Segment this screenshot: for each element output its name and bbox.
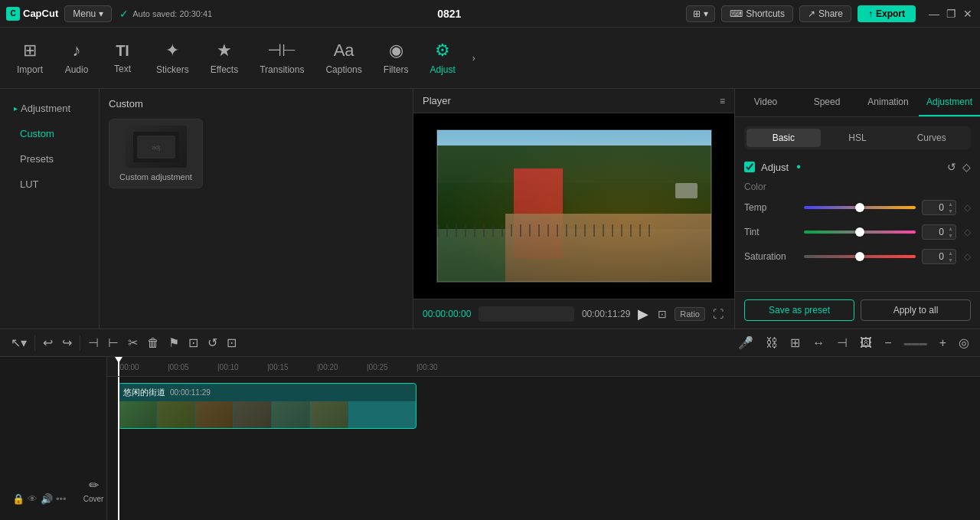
player-menu-icon[interactable]: ≡ (720, 96, 725, 106)
tint-slider-track[interactable] (804, 231, 916, 234)
player-timeline-mini[interactable] (479, 306, 574, 322)
cover-button[interactable]: ✏ Cover (79, 473, 109, 508)
current-time[interactable]: 00:00:00:00 (423, 309, 471, 319)
ruler-label-2: |00:10 (217, 363, 239, 371)
timeline-right[interactable]: |00:00 |00:05 |00:10 |00:15 |00:20 (107, 357, 980, 520)
temp-slider-thumb[interactable] (855, 203, 864, 212)
toolbar-expand-button[interactable]: › (469, 50, 479, 67)
saturation-arrow-down[interactable]: ▼ (947, 257, 954, 263)
toolbar-item-transitions[interactable]: ⊣⊢ Transitions (249, 34, 315, 81)
adjust-checkbox[interactable] (744, 162, 755, 172)
tint-keyframe-icon[interactable]: ◇ (964, 227, 971, 237)
track-lock-button[interactable]: 🔒 (12, 493, 24, 505)
sidebar-item-adjustment[interactable]: ▸ Adjustment (5, 96, 94, 120)
temp-slider-track[interactable] (804, 206, 916, 209)
undo-button[interactable]: ↩ (38, 332, 57, 353)
link2-button[interactable]: ↔ (808, 333, 829, 353)
temp-value-input[interactable] (923, 201, 947, 214)
tint-arrow-down[interactable]: ▼ (947, 232, 954, 239)
preset-grid: adj Custom adjustment (109, 119, 403, 188)
toolbar-label-filters: Filters (384, 64, 409, 75)
tab-animation[interactable]: Animation (858, 89, 919, 116)
sidebar-item-presets[interactable]: Presets (5, 147, 94, 171)
crop-timeline-button[interactable]: ⊡ (184, 332, 203, 353)
temp-arrow-down[interactable]: ▼ (947, 208, 954, 214)
mic-button[interactable]: 🎤 (733, 332, 758, 353)
temp-keyframe-icon[interactable]: ◇ (964, 202, 971, 213)
temp-arrow-up[interactable]: ▲ (947, 201, 954, 208)
link-chain-button[interactable]: ⛓ (761, 333, 782, 353)
keyframe-diamond-icon[interactable]: ◇ (962, 161, 971, 173)
ratio-badge[interactable]: Ratio (675, 307, 705, 321)
subtab-hsl[interactable]: HSL (821, 129, 895, 147)
tint-slider-thumb[interactable] (855, 227, 864, 237)
ruler-marks-container: |00:00 |00:05 |00:10 |00:15 |00:20 (118, 363, 466, 371)
track-more-button[interactable]: ••• (56, 493, 67, 505)
toolbar-item-captions[interactable]: Aa Captions (315, 34, 372, 81)
subtab-curves[interactable]: Curves (894, 129, 969, 147)
video-clip[interactable]: 悠闲的街道 00:00:11:29 (118, 383, 416, 429)
tint-value-input[interactable] (923, 225, 947, 239)
layout-button[interactable]: ⊞ ▾ (686, 5, 715, 22)
tint-arrow-up[interactable]: ▲ (947, 225, 954, 232)
player-timebar: 00:00:00:00 00:00:11:29 ▶ ⊡ Ratio ⛶ (413, 299, 734, 329)
tint-value-box: ▲ ▼ (922, 224, 956, 240)
redo-button[interactable]: ↪ (57, 332, 77, 353)
saturation-arrow-up[interactable]: ▲ (947, 250, 954, 257)
play-button[interactable]: ▶ (638, 306, 648, 322)
tab-video[interactable]: Video (735, 89, 796, 116)
delete-button[interactable]: 🗑 (142, 333, 164, 353)
split-vertical-button[interactable]: ⊣ (83, 332, 103, 353)
saturation-value-input[interactable] (923, 250, 947, 263)
effects-icon: ★ (217, 41, 232, 61)
subtab-basic[interactable]: Basic (746, 129, 821, 147)
saturation-slider-track[interactable] (804, 255, 916, 258)
zoom-slider[interactable]: ▬▬▬ (900, 335, 932, 350)
sidebar-item-lut[interactable]: LUT (5, 172, 94, 196)
split-button[interactable]: ✂ (123, 332, 142, 353)
toolbar-item-import[interactable]: ⊞ Import (6, 34, 54, 81)
track-audio-button[interactable]: 🔊 (41, 493, 53, 505)
zoom-out-button[interactable]: − (880, 333, 896, 353)
unlink-button[interactable]: ⊣ (832, 332, 852, 353)
player-view[interactable] (413, 113, 734, 299)
toolbar-item-audio[interactable]: ♪ Audio (54, 34, 100, 81)
toolbar-item-adjust[interactable]: ⚙ Adjust (419, 34, 466, 81)
left-panel: ▸ Adjustment Custom Presets LUT Custom (0, 89, 413, 329)
fit-button[interactable]: ⊡ (222, 332, 241, 353)
saturation-value-box: ▲ ▼ (922, 249, 956, 264)
close-button[interactable]: ✕ (962, 8, 974, 20)
shortcuts-button[interactable]: ⌨ Shortcuts (721, 5, 793, 22)
toolbar-item-stickers[interactable]: ✦ Stickers (145, 34, 200, 81)
reset-icon[interactable]: ↺ (947, 161, 956, 173)
transform-button[interactable]: ↺ (203, 332, 222, 353)
minimize-button[interactable]: — (928, 8, 940, 20)
ruler-label-6: |00:30 (416, 363, 438, 371)
saturation-slider-thumb[interactable] (855, 252, 864, 261)
track-visibility-button[interactable]: 👁 (28, 493, 38, 505)
zoom-in-button[interactable]: + (935, 333, 951, 353)
select-tool-button[interactable]: ↖▾ (6, 332, 31, 353)
toolbar-item-filters[interactable]: ◉ Filters (373, 34, 420, 81)
toolbar-item-text[interactable]: TI Text (100, 36, 145, 80)
toolbar-item-effects[interactable]: ★ Effects (200, 34, 249, 81)
fit-all-button[interactable]: ◎ (954, 332, 974, 353)
fullscreen-button[interactable]: ⛶ (711, 306, 725, 322)
playhead[interactable] (118, 357, 119, 376)
split-horizontal-button[interactable]: ⊢ (103, 332, 123, 353)
apply-all-button[interactable]: Apply to all (861, 299, 971, 321)
menu-button[interactable]: Menu ▾ (64, 5, 112, 22)
image-button[interactable]: 🖼 (855, 333, 877, 353)
save-preset-button[interactable]: Save as preset (744, 299, 854, 321)
flag-button[interactable]: ⚑ (164, 332, 184, 353)
saturation-keyframe-icon[interactable]: ◇ (964, 251, 971, 262)
export-button[interactable]: ↑ Export (858, 5, 916, 22)
tab-adjustment[interactable]: Adjustment (919, 89, 980, 116)
crop-control-button[interactable]: ⊡ (656, 306, 668, 322)
tab-speed[interactable]: Speed (796, 89, 858, 116)
share-button[interactable]: ↗ Share (799, 5, 851, 22)
maximize-button[interactable]: ❐ (945, 8, 957, 20)
sidebar-item-custom[interactable]: Custom (5, 122, 94, 146)
preset-card-custom[interactable]: adj Custom adjustment (109, 119, 203, 188)
grid-button[interactable]: ⊞ (786, 332, 805, 353)
